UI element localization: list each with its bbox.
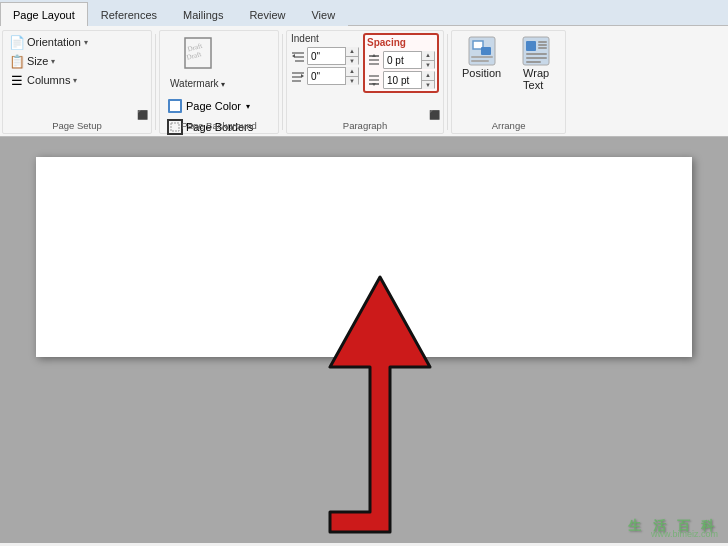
canvas-area: 生 活 百 科 www.bimeiz.com <box>0 137 728 543</box>
svg-rect-32 <box>538 47 547 49</box>
ribbon-content: 📄 Orientation ▾ 📋 Size ▾ ☰ Columns ▾ Pag… <box>0 26 728 136</box>
spacing-before-icon <box>367 53 381 67</box>
indent-right-down[interactable]: ▼ <box>346 77 358 86</box>
spacing-after-row: 10 pt ▲ ▼ <box>367 71 435 89</box>
spacing-before-input[interactable]: 0 pt ▲ ▼ <box>383 51 435 69</box>
indent-column: Indent 0" <box>291 33 359 85</box>
svg-rect-34 <box>526 57 547 59</box>
orientation-button[interactable]: 📄 Orientation ▾ <box>7 33 147 51</box>
svg-rect-25 <box>481 47 491 55</box>
columns-button[interactable]: ☰ Columns ▾ <box>7 71 147 89</box>
spacing-before-value: 0 pt <box>384 55 421 66</box>
size-icon: 📋 <box>9 53 25 69</box>
paragraph-expand-icon[interactable]: ⬛ <box>429 110 440 120</box>
svg-rect-33 <box>526 53 547 55</box>
arrange-group-label: Arrange <box>452 120 565 131</box>
size-button[interactable]: 📋 Size ▾ <box>7 52 147 70</box>
spacing-after-icon <box>367 73 381 87</box>
orientation-icon: 📄 <box>9 34 25 50</box>
wrap-text-label: WrapText <box>523 67 549 91</box>
tab-mailings[interactable]: Mailings <box>170 2 236 26</box>
watermark-label: Watermark ▾ <box>170 78 225 89</box>
page-setup-group: 📄 Orientation ▾ 📋 Size ▾ ☰ Columns ▾ Pag… <box>2 30 152 134</box>
orientation-arrow: ▾ <box>84 38 88 47</box>
svg-rect-35 <box>526 61 541 63</box>
spacing-before-up[interactable]: ▲ <box>422 51 434 61</box>
arrange-group: Position <box>451 30 566 134</box>
arrange-content: Position <box>456 33 561 119</box>
indent-right-icon <box>291 69 305 83</box>
wrap-text-button[interactable]: WrapText <box>511 33 561 93</box>
page-setup-expand-icon[interactable]: ⬛ <box>137 110 148 120</box>
watermark-icon: Draft Draft <box>182 35 214 76</box>
divider-1 <box>155 34 156 130</box>
indent-left-input[interactable]: 0" ▲ ▼ <box>307 47 359 65</box>
page-color-button[interactable]: Page Color ▾ <box>164 96 253 116</box>
indent-right-arrows: ▲ ▼ <box>345 67 358 85</box>
spacing-before-down[interactable]: ▼ <box>422 61 434 70</box>
indent-left-row: 0" ▲ ▼ <box>291 47 359 65</box>
indent-left-down[interactable]: ▼ <box>346 57 358 66</box>
divider-2 <box>282 34 283 130</box>
tab-bar: Page Layout References Mailings Review V… <box>0 0 728 26</box>
page-setup-group-label: Page Setup <box>3 120 151 131</box>
indent-left-value: 0" <box>308 51 345 62</box>
position-label: Position <box>462 67 501 79</box>
page-setup-content: 📄 Orientation ▾ 📋 Size ▾ ☰ Columns ▾ <box>7 33 147 119</box>
tab-view[interactable]: View <box>298 2 348 26</box>
svg-rect-27 <box>471 60 489 62</box>
position-icon <box>468 37 496 65</box>
svg-rect-30 <box>538 41 547 43</box>
indent-right-row: 0" ▲ ▼ <box>291 67 359 85</box>
svg-rect-31 <box>538 44 547 46</box>
watermark-sub: www.bimeiz.com <box>651 529 718 539</box>
indent-right-value: 0" <box>308 71 345 82</box>
page-background-group-label: Page Background <box>160 120 278 131</box>
indent-right-input[interactable]: 0" ▲ ▼ <box>307 67 359 85</box>
spacing-after-down[interactable]: ▼ <box>422 81 434 90</box>
spacing-before-row: 0 pt ▲ ▼ <box>367 51 435 69</box>
page-background-group: Draft Draft Watermark ▾ Page Color <box>159 30 279 134</box>
size-label: Size <box>27 55 48 67</box>
paragraph-group: Indent 0" <box>286 30 444 134</box>
spacing-column: Spacing <box>367 37 435 89</box>
page-color-label: Page Color <box>186 100 241 112</box>
svg-marker-10 <box>292 54 295 58</box>
document-page <box>36 157 691 357</box>
indent-left-icon <box>291 49 305 63</box>
size-arrow: ▾ <box>51 57 55 66</box>
paragraph-group-label: Paragraph <box>287 120 443 131</box>
page-color-icon <box>167 98 183 114</box>
svg-rect-26 <box>471 56 493 58</box>
spacing-after-arrows: ▲ ▼ <box>421 71 434 89</box>
svg-rect-4 <box>170 101 180 111</box>
spacing-after-value: 10 pt <box>384 75 421 86</box>
orientation-label: Orientation <box>27 36 81 48</box>
ribbon: Page Layout References Mailings Review V… <box>0 0 728 137</box>
columns-icon: ☰ <box>9 72 25 88</box>
spacing-after-up[interactable]: ▲ <box>422 71 434 81</box>
spacing-before-arrows: ▲ ▼ <box>421 51 434 69</box>
wrap-text-icon <box>522 37 550 65</box>
spacing-label: Spacing <box>367 37 435 48</box>
tab-review[interactable]: Review <box>236 2 298 26</box>
columns-arrow: ▾ <box>73 76 77 85</box>
columns-label: Columns <box>27 74 70 86</box>
svg-marker-14 <box>301 74 304 78</box>
spacing-highlight-box: Spacing <box>363 33 439 93</box>
spacing-after-input[interactable]: 10 pt ▲ ▼ <box>383 71 435 89</box>
divider-3 <box>447 34 448 130</box>
indent-left-up[interactable]: ▲ <box>346 47 358 57</box>
tab-page-layout[interactable]: Page Layout <box>0 2 88 26</box>
position-button[interactable]: Position <box>456 33 507 81</box>
watermark-button[interactable]: Draft Draft Watermark ▾ <box>164 33 231 91</box>
svg-rect-29 <box>526 41 536 51</box>
tab-references[interactable]: References <box>88 2 170 26</box>
paragraph-content: Indent 0" <box>291 33 439 119</box>
page-color-arrow: ▾ <box>246 102 250 111</box>
indent-left-arrows: ▲ ▼ <box>345 47 358 65</box>
indent-right-up[interactable]: ▲ <box>346 67 358 77</box>
indent-label: Indent <box>291 33 359 44</box>
